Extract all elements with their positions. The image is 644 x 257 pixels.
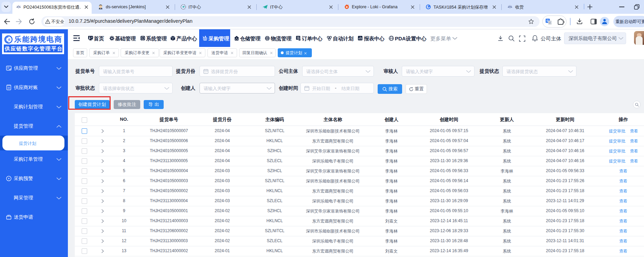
svg-text:E: E bbox=[8, 38, 10, 41]
svg-text:文: 文 bbox=[549, 21, 551, 24]
